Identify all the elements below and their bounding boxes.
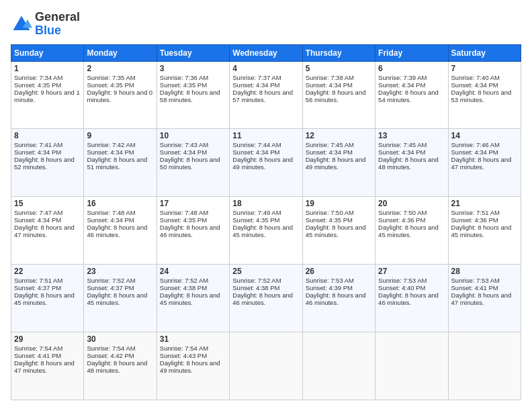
day-number: 29 xyxy=(14,334,81,344)
calendar-cell: 25Sunrise: 7:52 AMSunset: 4:38 PMDayligh… xyxy=(230,265,302,332)
logo-icon xyxy=(11,13,32,35)
day-number: 30 xyxy=(87,334,153,344)
day-number: 5 xyxy=(306,64,372,73)
day-number: 3 xyxy=(160,64,226,73)
calendar-week-row: 15Sunrise: 7:47 AMSunset: 4:34 PMDayligh… xyxy=(11,197,521,265)
calendar-cell: 29Sunrise: 7:54 AMSunset: 4:41 PMDayligh… xyxy=(11,332,84,400)
calendar-header-wednesday: Wednesday xyxy=(230,44,302,61)
day-number: 22 xyxy=(14,267,81,276)
calendar-cell: 1Sunrise: 7:34 AMSunset: 4:35 PMDaylight… xyxy=(11,61,84,129)
calendar-header-thursday: Thursday xyxy=(302,44,375,61)
day-number: 6 xyxy=(378,64,445,73)
day-number: 18 xyxy=(232,199,299,208)
day-number: 19 xyxy=(306,199,372,208)
calendar-cell: 20Sunrise: 7:50 AMSunset: 4:36 PMDayligh… xyxy=(375,197,448,265)
calendar-cell: 16Sunrise: 7:48 AMSunset: 4:34 PMDayligh… xyxy=(84,197,157,265)
day-number: 12 xyxy=(306,131,372,140)
calendar-cell: 23Sunrise: 7:52 AMSunset: 4:37 PMDayligh… xyxy=(84,265,157,332)
day-number: 20 xyxy=(378,199,445,208)
calendar-cell: 10Sunrise: 7:43 AMSunset: 4:34 PMDayligh… xyxy=(157,129,229,197)
calendar-cell: 28Sunrise: 7:53 AMSunset: 4:41 PMDayligh… xyxy=(448,265,521,332)
day-number: 8 xyxy=(14,131,81,140)
day-number: 25 xyxy=(232,267,299,276)
calendar-cell: 9Sunrise: 7:42 AMSunset: 4:34 PMDaylight… xyxy=(84,129,157,197)
logo: General Blue xyxy=(11,11,80,38)
calendar-cell xyxy=(448,332,521,400)
day-number: 16 xyxy=(87,199,153,208)
day-number: 2 xyxy=(87,64,153,73)
day-number: 17 xyxy=(160,199,226,208)
calendar-cell: 26Sunrise: 7:53 AMSunset: 4:39 PMDayligh… xyxy=(302,265,375,332)
header: General Blue xyxy=(11,11,521,38)
calendar-cell: 31Sunrise: 7:54 AMSunset: 4:43 PMDayligh… xyxy=(157,332,229,400)
calendar-cell: 14Sunrise: 7:46 AMSunset: 4:34 PMDayligh… xyxy=(448,129,521,197)
day-number: 15 xyxy=(14,199,81,208)
day-number: 28 xyxy=(451,267,518,276)
calendar-table: SundayMondayTuesdayWednesdayThursdayFrid… xyxy=(11,44,521,400)
calendar-cell: 27Sunrise: 7:53 AMSunset: 4:40 PMDayligh… xyxy=(375,265,448,332)
calendar-cell: 11Sunrise: 7:44 AMSunset: 4:34 PMDayligh… xyxy=(230,129,302,197)
calendar-cell: 3Sunrise: 7:36 AMSunset: 4:35 PMDaylight… xyxy=(157,61,229,129)
calendar-header-row: SundayMondayTuesdayWednesdayThursdayFrid… xyxy=(11,44,521,61)
day-number: 21 xyxy=(451,199,518,208)
calendar-header-saturday: Saturday xyxy=(448,44,521,61)
calendar-cell: 12Sunrise: 7:45 AMSunset: 4:34 PMDayligh… xyxy=(302,129,375,197)
calendar-cell: 19Sunrise: 7:50 AMSunset: 4:35 PMDayligh… xyxy=(302,197,375,265)
day-number: 23 xyxy=(87,267,153,276)
calendar-cell xyxy=(302,332,375,400)
calendar-cell: 24Sunrise: 7:52 AMSunset: 4:38 PMDayligh… xyxy=(157,265,229,332)
calendar-header-sunday: Sunday xyxy=(11,44,84,61)
calendar-cell: 4Sunrise: 7:37 AMSunset: 4:34 PMDaylight… xyxy=(230,61,302,129)
calendar-week-row: 8Sunrise: 7:41 AMSunset: 4:34 PMDaylight… xyxy=(11,129,521,197)
day-number: 10 xyxy=(160,131,226,140)
day-number: 11 xyxy=(232,131,299,140)
day-number: 7 xyxy=(451,64,518,73)
calendar-cell: 22Sunrise: 7:51 AMSunset: 4:37 PMDayligh… xyxy=(11,265,84,332)
calendar-cell: 7Sunrise: 7:40 AMSunset: 4:34 PMDaylight… xyxy=(448,61,521,129)
day-number: 26 xyxy=(306,267,372,276)
day-number: 4 xyxy=(232,64,299,73)
calendar-cell: 13Sunrise: 7:45 AMSunset: 4:34 PMDayligh… xyxy=(375,129,448,197)
day-number: 31 xyxy=(160,334,226,344)
page: General Blue SundayMondayTuesdayWednesda… xyxy=(0,0,532,411)
day-number: 27 xyxy=(378,267,445,276)
calendar-cell: 2Sunrise: 7:35 AMSunset: 4:35 PMDaylight… xyxy=(84,61,157,129)
calendar-week-row: 29Sunrise: 7:54 AMSunset: 4:41 PMDayligh… xyxy=(11,332,521,400)
calendar-cell: 30Sunrise: 7:54 AMSunset: 4:42 PMDayligh… xyxy=(84,332,157,400)
calendar-cell: 5Sunrise: 7:38 AMSunset: 4:34 PMDaylight… xyxy=(302,61,375,129)
calendar-cell: 8Sunrise: 7:41 AMSunset: 4:34 PMDaylight… xyxy=(11,129,84,197)
calendar-week-row: 22Sunrise: 7:51 AMSunset: 4:37 PMDayligh… xyxy=(11,265,521,332)
calendar-header-tuesday: Tuesday xyxy=(157,44,229,61)
calendar-cell xyxy=(230,332,302,400)
calendar-cell: 6Sunrise: 7:39 AMSunset: 4:34 PMDaylight… xyxy=(375,61,448,129)
day-number: 9 xyxy=(87,131,153,140)
day-number: 1 xyxy=(14,64,81,73)
day-number: 13 xyxy=(378,131,445,140)
calendar-week-row: 1Sunrise: 7:34 AMSunset: 4:35 PMDaylight… xyxy=(11,61,521,129)
calendar-cell: 17Sunrise: 7:48 AMSunset: 4:35 PMDayligh… xyxy=(157,197,229,265)
calendar-header-friday: Friday xyxy=(375,44,448,61)
calendar-cell: 18Sunrise: 7:49 AMSunset: 4:35 PMDayligh… xyxy=(230,197,302,265)
logo-text: General Blue xyxy=(35,11,80,38)
calendar-cell: 15Sunrise: 7:47 AMSunset: 4:34 PMDayligh… xyxy=(11,197,84,265)
calendar-cell: 21Sunrise: 7:51 AMSunset: 4:36 PMDayligh… xyxy=(448,197,521,265)
calendar-header-monday: Monday xyxy=(84,44,157,61)
day-number: 24 xyxy=(160,267,226,276)
calendar-cell xyxy=(375,332,448,400)
day-number: 14 xyxy=(451,131,518,140)
